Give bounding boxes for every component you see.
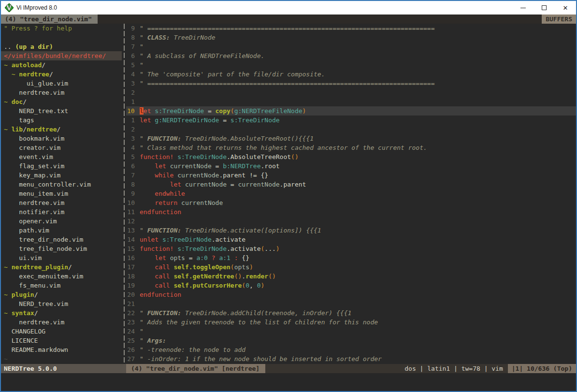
command-line[interactable] [1,373,576,391]
editor-line[interactable]: 15function! s:TreeDirNode.activate(...) [126,244,576,253]
vertical-split-handle[interactable] [122,24,126,364]
nerdtree-item[interactable]: event.vim [1,152,122,161]
nerdtree-item[interactable]: NERD_tree.txt [1,106,122,116]
nerdtree-item[interactable]: nerdtree.vim [1,318,122,327]
nerdtree-item[interactable]: nerdtree.vim [1,198,122,207]
token-sb-file: bookmark.vim [4,135,64,142]
close-icon: ✕ [563,5,568,11]
nerdtree-item[interactable]: tree_file_node.vim [1,244,122,253]
editor-line[interactable]: 14unlet s:TreeDirNode.activate [126,235,576,244]
nerdtree-item[interactable]: ~ nerdtree/ [1,70,122,79]
editor-line[interactable]: 5function! s:TreeDirNode.AbsoluteTreeRoo… [126,152,576,161]
editor-line[interactable]: 1let g:NERDTreeDirNode = s:TreeDirNode [126,116,576,125]
nerdtree-item[interactable]: tree_dir_node.vim [1,235,122,244]
line-number: 6 [126,161,140,171]
nerdtree-root-item[interactable]: </vimfiles/bundle/nerdtree/ [1,51,122,60]
token-sb-dir: nerdtree [27,126,57,133]
nerdtree-item[interactable]: ~ doc/ [1,97,122,106]
code-text [140,217,576,226]
editor-line[interactable]: 12 [126,217,576,226]
nerdtree-item[interactable]: ~ plugin/ [1,290,122,299]
nerdtree-item[interactable] [1,33,122,42]
nerdtree-item[interactable]: key_map.vim [1,171,122,180]
editor-line[interactable]: 2 [126,125,576,134]
nerdtree-item[interactable]: CHANGELOG [1,327,122,336]
editor-line[interactable]: 4" The 'composite' part of the file/dir … [126,70,576,79]
editor-line[interactable]: 16 let opts = a:0 ? a:1 : {} [126,253,576,262]
token-br: ( [242,282,245,289]
editor-line[interactable]: 17 call self.toggleOpen(opts) [126,262,576,272]
editor-line[interactable]: 18 call self.getNerdtree().render() [126,272,576,281]
nerdtree-item[interactable]: ~ nerdtree_plugin/ [1,262,122,272]
editor-line[interactable]: 27" -inOrder: 1 if the new node should b… [126,354,576,363]
nerdtree-item[interactable]: notifier.vim [1,207,122,217]
nerdtree-item[interactable]: creator.vim [1,143,122,152]
editor-line[interactable]: 3" =====================================… [126,79,576,88]
nerdtree-item[interactable]: menu_item.vim [1,189,122,198]
editor-line[interactable]: 10 return currentNode [126,198,576,207]
nerdtree-item[interactable]: README.markdown [1,345,122,354]
token-tx [166,254,170,261]
maximize-button[interactable] [534,1,555,15]
editor-line[interactable]: 13" FUNCTION: TreeDirNode.activate([opti… [126,226,576,235]
token-sb-file: LICENCE [4,337,38,344]
editor-line[interactable]: 3" FUNCTION: TreeDirNode.AbsoluteTreeRoo… [126,134,576,143]
code-text: let g:NERDTreeDirNode = s:TreeDirNode [140,116,576,125]
editor-line[interactable]: 11endfunction [126,207,576,217]
editor-line[interactable]: 5" [126,60,576,70]
nerdtree-item[interactable]: " Press ? for help [1,24,122,33]
nerdtree-item[interactable]: ui_glue.vim [1,79,122,88]
nerdtree-item[interactable]: flag_set.vim [1,161,122,171]
nerdtree-item[interactable]: .. (up a dir) [1,42,122,51]
nerdtree-item[interactable]: path.vim [1,226,122,235]
editor-line[interactable]: 6 let currentNode = b:NERDTree.root [126,161,576,171]
nerdtree-item[interactable]: fs_menu.vim [1,281,122,290]
line-number: 1 [126,116,140,125]
nerdtree-item[interactable]: ui.vim [1,253,122,262]
nerdtree-item[interactable]: ~ lib/nerdtree/ [1,125,122,134]
editor-line[interactable]: 20endfunction [126,290,576,299]
editor-line[interactable]: 22" FUNCTION: TreeDirNode.addChild(treen… [126,308,576,318]
editor-line[interactable]: 2 [126,88,576,97]
editor-line[interactable]: 1 [126,97,576,106]
editor-line[interactable]: 6" A subclass of NERDTreeFileNode. [126,51,576,60]
nerdtree-item[interactable]: ~ syntax/ [1,308,122,318]
nerdtree-item[interactable]: bookmark.vim [1,134,122,143]
nerdtree-item[interactable]: LICENCE [1,336,122,345]
token-tx [140,190,155,197]
nerdtree-item[interactable]: ~ [1,354,122,363]
tab-active-buffer[interactable]: (4) "tree_dir_node.vim" [1,15,98,24]
editor-line[interactable]: 9 endwhile [126,189,576,198]
minimize-button[interactable] [512,1,534,15]
editor-line[interactable]: 23" Adds the given treenode to the list … [126,318,576,327]
token-kw: et [144,107,151,115]
nerdtree-item[interactable]: opener.vim [1,217,122,226]
nerdtree-item[interactable]: tags [1,116,122,125]
split-dashes [124,24,125,364]
close-button[interactable]: ✕ [555,1,576,15]
editor-line-cursor[interactable]: 10let s:TreeDirNode = copy(g:NERDTreeFil… [126,106,576,116]
editor-line[interactable]: 9" =====================================… [126,24,576,33]
nerdtree-item[interactable]: NERD_tree.vim [1,299,122,308]
token-sb-file: menu_controller.vim [4,181,91,188]
editor-line[interactable]: 8 let currentNode = currentNode.parent [126,180,576,189]
editor-line[interactable]: 26" -treenode: the node to add [126,345,576,354]
nerdtree-item[interactable]: exec_menuitem.vim [1,272,122,281]
nerdtree-item[interactable]: ~ autoload/ [1,60,122,70]
token-cm: " [140,227,147,234]
editor-line[interactable]: 8" CLASS: TreeDirNode [126,33,576,42]
editor-line[interactable]: 19 call self.putCursorHere(0, 0) [126,281,576,290]
token-id: s:TreeDirNode [162,236,212,243]
editor-line[interactable]: 4" Class method that returns the highest… [126,143,576,152]
token-sb-dir: nerdtree_plugin [12,263,68,271]
nerdtree-item[interactable]: nerdtree.vim [1,88,122,97]
token-cm: TreeDirNode.addChild(treenode, inOrder) … [181,309,351,317]
nerdtree-item[interactable]: menu_controller.vim [1,180,122,189]
editor-line[interactable]: 24" [126,327,576,336]
token-tx: .activate [227,245,260,252]
editor-line[interactable]: 25" Args: [126,336,576,345]
editor-line[interactable]: 21 [126,299,576,308]
token-tx: , [249,282,257,289]
editor-line[interactable]: 7 while currentNode.parent != {} [126,171,576,180]
editor-line[interactable]: 7" [126,42,576,51]
